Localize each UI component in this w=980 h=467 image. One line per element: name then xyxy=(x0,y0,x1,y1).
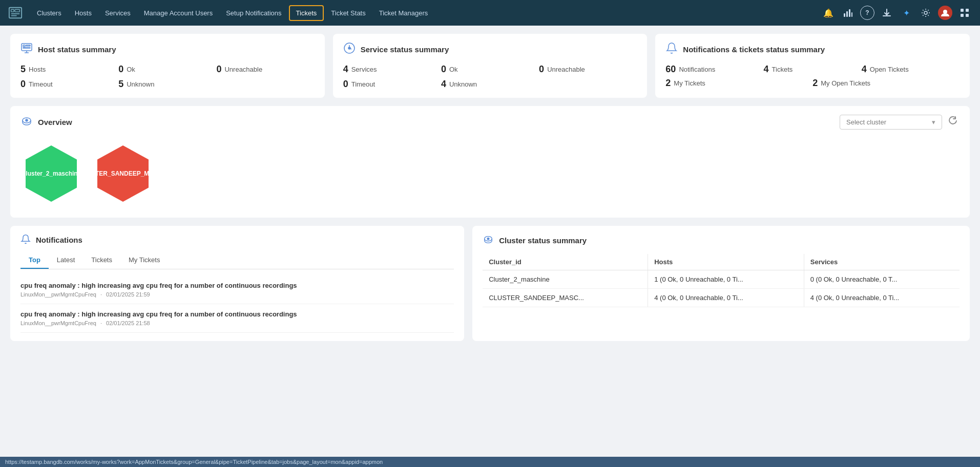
cluster-green-hex[interactable]: Cluster_2_maschine xyxy=(26,145,77,202)
svg-rect-7 xyxy=(849,9,850,17)
nav-ticket-managers[interactable]: Ticket Managers xyxy=(373,6,434,20)
tab-my-tickets[interactable]: My Tickets xyxy=(120,252,168,269)
host-unknown-num: 5 xyxy=(118,79,123,90)
tab-latest[interactable]: Latest xyxy=(49,252,83,269)
nav-setup-notifications[interactable]: Setup Notifications xyxy=(220,6,287,20)
service-timeout-count[interactable]: 0 Timeout xyxy=(343,79,441,90)
notifications-panel-header: Notifications xyxy=(20,234,454,246)
refresh-button[interactable] xyxy=(946,114,960,130)
nav-hosts[interactable]: Hosts xyxy=(69,6,98,20)
grid-icon[interactable] xyxy=(957,6,972,20)
notifications-status-header: Notifications & tickets status summary xyxy=(665,42,960,57)
svg-rect-13 xyxy=(961,14,964,17)
row2-cluster-id: CLUSTER_SANDEEP_MASC... xyxy=(483,289,648,307)
cluster-red-hex[interactable]: CLUSTER_SANDEEP_MASC... xyxy=(97,145,149,202)
host-timeout-num: 0 xyxy=(20,79,26,90)
host-count[interactable]: 5 Hosts xyxy=(20,64,118,75)
nav-links: Clusters Hosts Services Manage Account U… xyxy=(31,5,819,21)
notifications-panel-icon xyxy=(20,234,31,246)
host-unreachable-count[interactable]: 0 Unreachable xyxy=(216,64,314,75)
tickets-count[interactable]: 4 Tickets xyxy=(764,64,862,75)
service-timeout-label: Timeout xyxy=(351,80,375,88)
host-unreachable-num: 0 xyxy=(216,64,221,75)
host-timeout-count[interactable]: 0 Timeout xyxy=(20,79,118,90)
service-count[interactable]: 4 Services xyxy=(343,64,441,75)
table-row[interactable]: Cluster_2_maschine 1 (0 Ok, 0 Unreachabl… xyxy=(483,270,960,289)
svg-point-19 xyxy=(348,47,350,49)
star-icon[interactable]: ✦ xyxy=(899,6,913,20)
host-status-header: Host status summary xyxy=(20,42,315,57)
svg-rect-17 xyxy=(26,45,30,46)
help-icon[interactable]: ? xyxy=(860,6,874,20)
service-status-card: Service status summary 4 Services 0 Ok 0… xyxy=(333,34,648,98)
service-unknown-count[interactable]: 4 Unknown xyxy=(441,79,539,90)
notif-item-1-title: cpu freq anomaly : high increasing avg c… xyxy=(20,282,454,289)
my-tickets-num: 2 xyxy=(665,78,671,89)
svg-rect-2 xyxy=(15,9,19,12)
host-icon xyxy=(20,42,33,57)
host-ok-label: Ok xyxy=(127,66,135,73)
open-tickets-num: 4 xyxy=(862,64,867,75)
service-unreachable-label: Unreachable xyxy=(547,66,585,73)
overview-icon xyxy=(20,115,33,129)
notif-item-1-dot: · xyxy=(100,291,102,298)
cluster-summary-header: Cluster status summary xyxy=(483,234,960,247)
service-status-grid: 4 Services 0 Ok 0 Unreachable 0 Timeout … xyxy=(343,64,637,90)
my-tickets-count[interactable]: 2 My Tickets xyxy=(665,78,812,89)
notif-label: Notifications xyxy=(679,66,715,73)
notif-item-1[interactable]: cpu freq anomaly : high increasing avg c… xyxy=(20,275,454,304)
notif-item-2-time: 02/01/2025 21:58 xyxy=(106,320,150,326)
select-cluster-area: Select cluster ▾ xyxy=(840,114,960,130)
service-status-header: Service status summary xyxy=(343,42,637,57)
table-row[interactable]: CLUSTER_SANDEEP_MASC... 4 (0 Ok, 0 Unrea… xyxy=(483,289,960,307)
service-ok-num: 0 xyxy=(441,64,446,75)
cluster-hex-1[interactable]: Cluster_2_maschine xyxy=(20,143,82,204)
notif-item-2[interactable]: cpu freq anomaly : high increasing avg c… xyxy=(20,304,454,333)
cluster-hex-2[interactable]: CLUSTER_SANDEEP_MASC... xyxy=(92,143,154,204)
notifications-status-title: Notifications & tickets status summary xyxy=(683,45,825,54)
service-ok-count[interactable]: 0 Ok xyxy=(441,64,539,75)
host-unknown-label: Unknown xyxy=(127,80,154,88)
logo-icon[interactable] xyxy=(8,6,23,20)
notifications-panel-title: Notifications xyxy=(36,236,82,244)
chart-icon[interactable] xyxy=(841,6,855,20)
nav-services[interactable]: Services xyxy=(99,6,137,20)
host-status-grid: 5 Hosts 0 Ok 0 Unreachable 0 Timeout 5 xyxy=(20,64,315,90)
svg-rect-12 xyxy=(966,9,969,12)
col-services: Services xyxy=(804,254,960,270)
nav-tickets[interactable]: Tickets xyxy=(289,5,324,21)
row2-services: 4 (0 Ok, 0 Unreachable, 0 Ti... xyxy=(804,289,960,307)
notif-count[interactable]: 60 Notifications xyxy=(665,64,763,75)
my-open-tickets-count[interactable]: 2 My Open Tickets xyxy=(812,78,960,89)
svg-point-21 xyxy=(26,119,28,121)
notif-row2: 2 My Tickets 2 My Open Tickets xyxy=(665,78,960,89)
my-open-tickets-num: 2 xyxy=(812,78,818,89)
open-tickets-count[interactable]: 4 Open Tickets xyxy=(862,64,960,75)
host-ok-count[interactable]: 0 Ok xyxy=(118,64,216,75)
nav-ticket-stats[interactable]: Ticket Stats xyxy=(325,6,371,20)
service-num: 4 xyxy=(343,64,348,75)
nav-clusters[interactable]: Clusters xyxy=(31,6,68,20)
svg-point-10 xyxy=(943,10,947,14)
download-icon[interactable] xyxy=(880,6,894,20)
nav-manage-account[interactable]: Manage Account Users xyxy=(138,6,219,20)
table-header-row: Cluster_id Hosts Services xyxy=(483,254,960,270)
bell-icon[interactable]: 🔔 xyxy=(821,6,836,20)
host-label: Hosts xyxy=(29,66,46,73)
tab-top[interactable]: Top xyxy=(20,252,49,269)
row1-services: 0 (0 Ok, 0 Unreachable, 0 T... xyxy=(804,270,960,289)
host-timeout-label: Timeout xyxy=(29,80,52,88)
settings-icon[interactable] xyxy=(919,6,933,20)
svg-rect-6 xyxy=(846,11,848,17)
row1-hosts: 1 (0 Ok, 0 Unreachable, 0 Ti... xyxy=(648,270,804,289)
service-unreachable-count[interactable]: 0 Unreachable xyxy=(539,64,637,75)
service-label: Services xyxy=(351,66,377,73)
host-num: 5 xyxy=(20,64,26,75)
notif-item-1-source: LinuxMon__pwrMgmtCpuFreq xyxy=(20,291,96,298)
avatar[interactable] xyxy=(938,6,952,20)
cluster-select[interactable]: Select cluster ▾ xyxy=(840,115,942,130)
notifications-list: cpu freq anomaly : high increasing avg c… xyxy=(20,275,454,333)
notifications-panel: Notifications Top Latest Tickets My Tick… xyxy=(10,226,464,341)
host-unknown-count[interactable]: 5 Unknown xyxy=(118,79,216,90)
tab-tickets[interactable]: Tickets xyxy=(83,252,120,269)
